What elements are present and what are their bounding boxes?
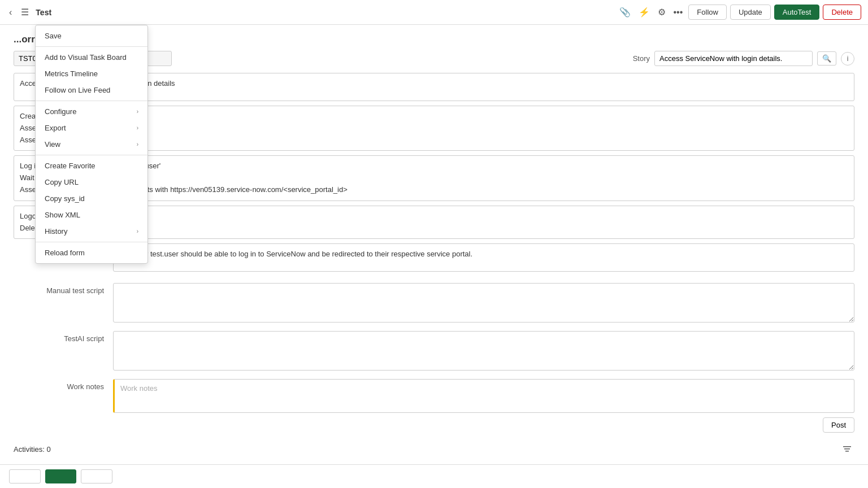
menu-item-copy-sysid[interactable]: Copy sys_id	[36, 190, 147, 207]
work-notes-row: Work notes Work notes Post	[14, 379, 854, 433]
svg-rect-0	[843, 446, 851, 447]
menu-separator-3	[36, 155, 147, 155]
autotest-button[interactable]: AutoTest	[774, 5, 820, 20]
manual-test-script-label: Manual test script	[14, 283, 104, 295]
testai-script-row: TestAI script	[14, 331, 854, 372]
manual-test-script-row: Manual test script	[14, 283, 854, 324]
work-notes-label: Work notes	[14, 379, 104, 391]
menu-separator-4	[36, 242, 147, 242]
menu-item-reload[interactable]: Reload form	[36, 245, 147, 261]
menu-item-show-xml[interactable]: Show XML	[36, 207, 147, 223]
top-bar: ‹ ☰ Test 📎 ⚡ ⚙ ••• Follow Update AutoTes…	[0, 0, 868, 25]
menu-separator-1	[36, 46, 147, 47]
post-row: Post	[113, 417, 854, 433]
chevron-right-icon: ›	[137, 125, 138, 131]
back-button[interactable]: ‹	[7, 5, 14, 20]
activities-count: Activities: 0	[14, 445, 51, 454]
svg-rect-2	[845, 451, 849, 452]
top-bar-right: 📎 ⚡ ⚙ ••• Follow Update AutoTest Delete	[617, 5, 861, 20]
menu-item-save[interactable]: Save	[36, 28, 147, 44]
bottom-btn-2[interactable]	[45, 469, 77, 483]
testai-script-label: TestAI script	[14, 331, 104, 343]
page-title-bar: Test	[36, 8, 51, 17]
chevron-right-icon: ›	[137, 141, 138, 147]
post-button[interactable]: Post	[823, 417, 854, 433]
menu-item-configure[interactable]: Configure ›	[36, 103, 147, 120]
filter-icon[interactable]	[840, 442, 854, 456]
bottom-btn-3[interactable]	[81, 469, 112, 483]
expected-result-field: The user test.user should be able to log…	[113, 243, 854, 276]
lightning-icon[interactable]: ⚡	[636, 5, 652, 20]
story-label: Story	[633, 54, 650, 63]
testai-script-textarea[interactable]	[113, 331, 854, 371]
testai-script-field	[113, 331, 854, 372]
story-info-button[interactable]: i	[841, 52, 854, 66]
delete-button[interactable]: Delete	[823, 5, 861, 20]
story-search-button[interactable]: 🔍	[817, 51, 836, 66]
attachment-icon[interactable]: 📎	[617, 5, 633, 20]
menu-item-add-visual[interactable]: Add to Visual Task Board	[36, 49, 147, 66]
hamburger-menu-button[interactable]: ☰	[19, 5, 31, 20]
menu-item-follow-live[interactable]: Follow on Live Feed	[36, 82, 147, 98]
menu-separator-2	[36, 101, 147, 101]
bottom-bar	[0, 464, 868, 488]
menu-item-view[interactable]: View ›	[36, 136, 147, 152]
menu-item-copy-url[interactable]: Copy URL	[36, 174, 147, 190]
top-bar-left: ‹ ☰ Test	[7, 5, 613, 20]
activities-header: Activities: 0	[14, 442, 854, 456]
update-button[interactable]: Update	[730, 5, 771, 20]
work-notes-placeholder: Work notes	[120, 384, 158, 393]
settings-icon[interactable]: ⚙	[656, 5, 668, 20]
chevron-right-icon: ›	[137, 228, 138, 234]
manual-test-script-textarea[interactable]	[113, 283, 854, 323]
story-section: Story 🔍 i	[633, 51, 854, 66]
menu-item-create-favorite[interactable]: Create Favorite	[36, 158, 147, 174]
story-input[interactable]	[654, 51, 813, 66]
manual-test-script-field	[113, 283, 854, 324]
menu-item-export[interactable]: Export ›	[36, 120, 147, 136]
dropdown-menu: Save Add to Visual Task Board Metrics Ti…	[35, 25, 148, 264]
content-area: Save Add to Visual Task Board Metrics Ti…	[0, 25, 868, 488]
work-notes-area[interactable]: Work notes	[113, 379, 854, 413]
follow-button[interactable]: Follow	[688, 5, 727, 20]
menu-item-history[interactable]: History ›	[36, 223, 147, 239]
menu-item-metrics[interactable]: Metrics Timeline	[36, 66, 147, 82]
expected-result-area: The user test.user should be able to log…	[113, 243, 854, 272]
work-notes-field: Work notes Post	[113, 379, 854, 433]
chevron-right-icon: ›	[137, 108, 138, 115]
more-options-icon[interactable]: •••	[671, 5, 685, 20]
bottom-btn-1[interactable]	[9, 469, 41, 483]
svg-rect-1	[844, 448, 850, 450]
